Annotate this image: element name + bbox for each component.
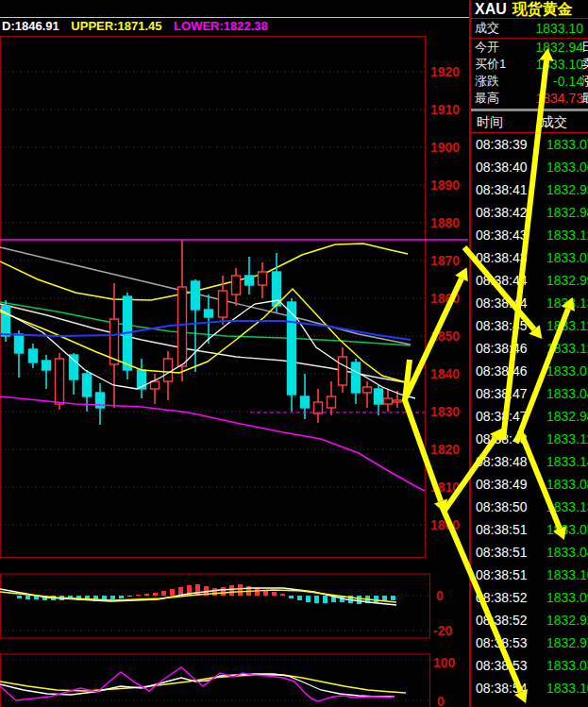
tick-price: 1833.04	[546, 382, 588, 405]
candle-down	[245, 276, 254, 285]
tick-row: 08:38:521832.92	[471, 609, 588, 631]
tick-row: 08:38:511833.10	[471, 564, 588, 586]
tick-feed-list[interactable]: 08:38:391833.0708:38:401833.0608:38:4118…	[471, 133, 588, 707]
quote-field-涨跌: 涨跌-0.14涨	[471, 73, 588, 90]
tick-row: 08:38:431833.05	[471, 246, 588, 269]
tick-row: 08:38:481833.14	[471, 450, 588, 473]
quote-field-今开: 今开1832.94日	[471, 39, 588, 56]
tick-price: 1832.97	[546, 631, 588, 654]
tick-time: 08:38:51	[476, 518, 546, 541]
quote-fields: 成交1833.10今开1832.94日买价11833.10卖涨跌-0.14涨最高…	[471, 19, 588, 107]
macd-bar	[238, 584, 243, 596]
tick-time: 08:38:44	[476, 269, 546, 292]
quote-label: 买价1	[475, 56, 518, 73]
macd-bar	[229, 585, 234, 596]
tick-time: 08:38:42	[476, 201, 546, 224]
macd-bar	[255, 588, 260, 596]
tick-row: 08:38:511833.05	[471, 518, 588, 541]
macd-bar	[144, 594, 149, 596]
tick-price: 1833.12	[546, 224, 588, 246]
price-axis-label: 1870	[430, 253, 460, 268]
tick-row: 08:38:461833.01	[471, 360, 588, 382]
boll-lower-value: LOWER:1822.38	[174, 19, 268, 33]
tick-time: 08:38:52	[476, 586, 546, 609]
quote-label: 成交	[475, 19, 518, 38]
macd-bar	[391, 596, 395, 600]
clipped-second-column: 日	[581, 39, 588, 56]
osc-axis-low: 0	[437, 694, 445, 707]
chart-top-strip	[0, 0, 469, 18]
tick-time: 08:38:52	[476, 609, 546, 631]
tick-price: 1832.92	[546, 609, 588, 631]
macd-bar	[314, 596, 319, 603]
price-axis-label: 1840	[430, 366, 460, 381]
tick-col-price: 成交	[541, 111, 567, 132]
tick-price: 1832.98	[546, 405, 588, 428]
tick-time: 08:38:39	[476, 133, 546, 156]
candle-up	[314, 402, 323, 413]
tick-row: 08:38:421832.98	[471, 201, 588, 224]
tick-time: 08:38:53	[476, 654, 546, 677]
price-axis-label: 1820	[430, 442, 460, 457]
tick-price: 1832.93	[546, 178, 588, 201]
candle-up	[363, 387, 372, 393]
candle-up	[56, 359, 64, 404]
tick-row: 08:38:431833.12	[471, 224, 588, 246]
price-axis-label: 1900	[430, 140, 460, 155]
tick-time: 08:38:51	[476, 564, 546, 586]
tick-row: 08:38:451833.11	[471, 314, 588, 337]
tick-row: 08:38:401833.06	[471, 156, 588, 178]
boll-mid-value: D:1846.91	[2, 19, 59, 33]
macd-bar	[212, 588, 217, 596]
trading-app-window: D:1846.91 UPPER:1871.45 LOWER:1822.38 19…	[0, 0, 588, 707]
tick-row: 08:38:481833.11	[471, 428, 588, 450]
tick-time: 08:38:48	[476, 450, 546, 473]
candlestick-chart[interactable]: 1920191019001890188018701860185018401830…	[0, 36, 469, 566]
tick-price: 1832.98	[546, 201, 588, 224]
candle-down	[352, 362, 361, 393]
candle-up	[164, 359, 173, 381]
tick-time: 08:38:47	[476, 405, 546, 428]
osc-axis-high: 100	[433, 655, 456, 670]
candle-up	[259, 272, 267, 285]
tick-time: 08:38:48	[476, 428, 546, 450]
tick-row: 08:38:461833.12	[471, 337, 588, 360]
tick-price: 1832.99	[546, 269, 588, 292]
candle-up	[151, 381, 160, 389]
tick-row: 08:38:411832.93	[471, 178, 588, 201]
tick-col-time: 时间	[477, 111, 541, 132]
tick-price: 1833.07	[546, 133, 588, 156]
macd-bar	[195, 584, 200, 596]
tick-time: 08:38:53	[476, 631, 546, 654]
tick-price: 1833.13	[546, 496, 588, 518]
tick-time: 08:38:40	[476, 156, 546, 178]
oscillator-indicator-chart[interactable]: 1000	[0, 647, 469, 707]
tick-time: 08:38:45	[476, 314, 546, 337]
boll-upper-value: UPPER:1871.45	[71, 19, 161, 33]
boll-indicator-readout: D:1846.91 UPPER:1871.45 LOWER:1822.38	[2, 19, 469, 36]
price-axis-label: 1920	[430, 64, 460, 79]
price-axis-label: 1850	[430, 328, 460, 344]
price-axis-label: 1860	[430, 291, 460, 306]
macd-bar	[25, 596, 30, 599]
macd-indicator-chart[interactable]: 0-20	[0, 566, 469, 647]
price-axis-label: 1890	[430, 177, 460, 193]
tick-price: 1833.10	[546, 677, 588, 699]
macd-bar	[323, 596, 328, 603]
tick-price: 1833.03	[546, 654, 588, 677]
tick-time: 08:38:46	[476, 360, 546, 382]
quote-value: -0.14	[518, 73, 585, 90]
tick-price: 1833.06	[546, 156, 588, 178]
macd-bar	[289, 596, 294, 598]
tick-time: 08:38:50	[476, 496, 546, 518]
tick-time: 08:38:49	[476, 473, 546, 496]
candle-down	[42, 361, 51, 370]
quote-value: 1833.10	[518, 56, 585, 73]
candle-up	[232, 276, 241, 295]
tick-row: 08:38:471833.04	[471, 382, 588, 405]
quote-label: 今开	[475, 39, 518, 56]
quote-field-最高: 最高1834.73最	[471, 90, 588, 107]
tick-time: 08:38:51	[476, 541, 546, 564]
candle-down	[205, 310, 213, 317]
tick-price: 1833.09	[546, 586, 588, 609]
